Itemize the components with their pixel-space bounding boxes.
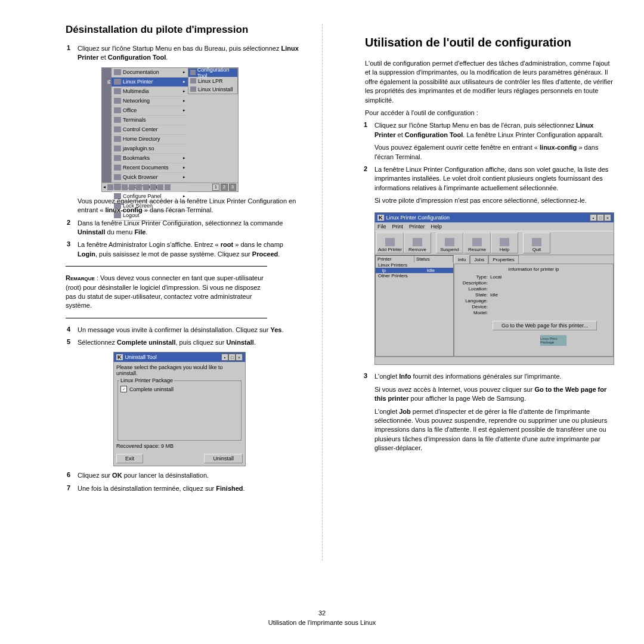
add-printer-button[interactable]: Add Printer xyxy=(376,233,404,253)
right-heading: Utilisation de l'outil de configuration xyxy=(365,36,614,49)
resume-button[interactable]: Resume xyxy=(463,233,491,253)
right-column: Utilisation de l'outil de configuration … xyxy=(327,24,614,561)
access-text: Pour accéder à l'outil de configuration … xyxy=(365,109,614,117)
suspend-button[interactable]: Suspend xyxy=(436,233,463,253)
go-web-button[interactable]: Go to the Web page for this printer... xyxy=(493,321,597,330)
r-step-1: 1 Cliquez sur l'icône Startup Menu en ba… xyxy=(364,121,614,140)
step-4: 4 Un message vous invite à confirmer la … xyxy=(67,326,303,335)
checkbox-icon[interactable]: ✓ xyxy=(120,386,127,392)
step-1: 1 Cliquez sur l'icône Startup Menu en ba… xyxy=(67,44,303,63)
remark-note: Remarque : Vous devez vous connecter en … xyxy=(66,274,267,311)
left-column: Désinstallation du pilote d'impression 1… xyxy=(30,24,303,561)
after-menu-text: Vous pouvez également accéder à la fenêt… xyxy=(78,197,303,215)
logo-icon: Linux Print Package xyxy=(540,335,566,346)
step-2: 2 Dans la fenêtre Linux Printer Configur… xyxy=(67,219,303,237)
lpc-screenshot: KLinux Printer Configuration•□× FilePrin… xyxy=(374,212,614,365)
step-3: 3 La fenêtre Administrator Login s'affic… xyxy=(67,240,303,259)
r-step-3: 3 L'onglet Info fournit des informations… xyxy=(364,372,614,381)
step-7: 7 Une fois la désinstallation terminée, … xyxy=(67,484,303,493)
help-button[interactable]: Help xyxy=(491,233,518,253)
step-6: 6 Cliquez sur OK pour lancer la désinsta… xyxy=(67,471,303,480)
startup-menu-screenshot: M Documentation▸Linux Printer▸Multimedia… xyxy=(101,67,239,192)
quit-button[interactable]: Quit xyxy=(523,233,550,253)
page-footer: 32 Utilisation de l'imprimante sous Linu… xyxy=(0,609,644,626)
r-step-2: 2 La fenêtre Linux Printer Configuration… xyxy=(364,165,614,193)
left-heading: Désinstallation du pilote d'impression xyxy=(66,24,303,36)
tab-properties[interactable]: Properties xyxy=(488,255,518,264)
step-5: 5 Sélectionnez Complete uninstall, puis … xyxy=(67,338,303,347)
uninstall-button[interactable]: Uninstall xyxy=(204,454,243,463)
exit-button[interactable]: Exit xyxy=(116,454,143,463)
taskbar: ◂ 1 2 3 xyxy=(102,182,238,191)
remove-button[interactable]: Remove xyxy=(404,233,431,253)
uninstall-tool-screenshot: KUninstall Tool•□× Please select the pac… xyxy=(113,352,246,466)
tab-jobs[interactable]: Jobs xyxy=(470,255,488,264)
intro-text: L'outil de configuration permet d'effect… xyxy=(365,59,614,105)
tab-info[interactable]: Info xyxy=(454,255,470,264)
